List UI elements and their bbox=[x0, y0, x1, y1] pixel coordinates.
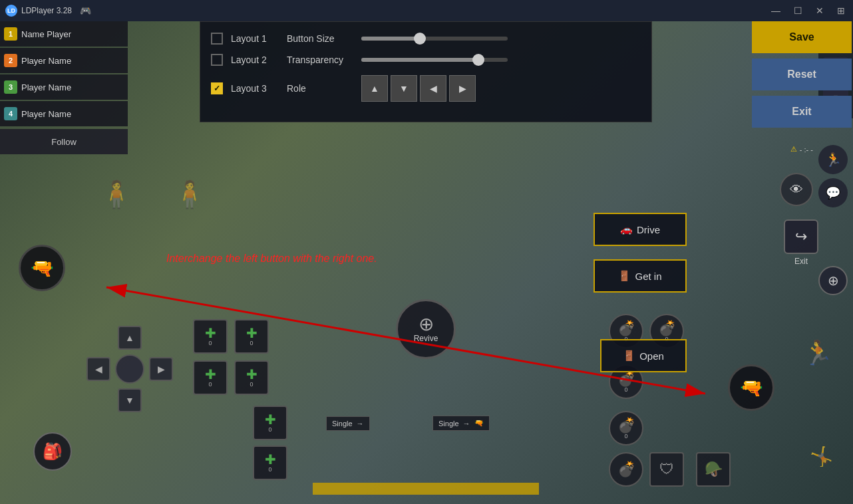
dpad-left[interactable]: ◀ bbox=[86, 357, 110, 381]
med-cross-1: ✚ bbox=[205, 326, 216, 340]
player-item-4[interactable]: 4 Player Name bbox=[0, 101, 128, 126]
transparency-slider[interactable] bbox=[361, 58, 508, 62]
med-kit-5[interactable]: ✚ 0 bbox=[253, 406, 287, 440]
revive-plus-icon: ⊕ bbox=[419, 315, 434, 334]
grenade-5[interactable]: 💣 bbox=[609, 452, 643, 487]
chat-icon[interactable]: 💬 bbox=[818, 178, 848, 207]
role-arrow-right[interactable]: ▶ bbox=[449, 75, 476, 102]
player-item-3[interactable]: 3 Player Name bbox=[0, 74, 128, 100]
med-kit-3[interactable]: ✚ 0 bbox=[193, 360, 228, 395]
role-label: Role bbox=[287, 83, 353, 94]
med-cross-3: ✚ bbox=[205, 368, 216, 381]
backpack-icon[interactable]: 🎒 bbox=[33, 432, 72, 471]
drive-button[interactable]: 🚗 Drive bbox=[594, 213, 687, 246]
layout3-label: Layout 3 bbox=[231, 83, 279, 94]
open-icon: 🚪 bbox=[623, 350, 635, 362]
pistol-icon: 🔫 bbox=[474, 419, 484, 428]
role-arrow-up[interactable]: ▲ bbox=[361, 75, 388, 102]
player-num-2: 2 bbox=[4, 54, 17, 67]
follow-button[interactable]: Follow bbox=[0, 129, 128, 154]
layout2-checkbox[interactable] bbox=[211, 54, 223, 66]
revive-label: Revive bbox=[414, 334, 438, 343]
minimize-btn[interactable]: — bbox=[768, 4, 783, 17]
dpad-center[interactable] bbox=[115, 354, 144, 384]
expand-btn[interactable]: ⊞ bbox=[834, 4, 848, 17]
jump-player-icon: 🏃 bbox=[803, 339, 833, 367]
med-kit-1[interactable]: ✚ 0 bbox=[193, 319, 228, 354]
player-num-4: 4 bbox=[4, 107, 17, 120]
player-name-4: Player Name bbox=[21, 109, 71, 119]
player-name-1: Name Player bbox=[21, 29, 71, 39]
med-cross-6: ✚ bbox=[265, 453, 276, 466]
bullet-icon-right[interactable]: 🔫 bbox=[728, 364, 774, 411]
app-title: LDPlayer 3.28 bbox=[21, 6, 72, 15]
titlebar-controls: — ☐ ✕ ⊞ bbox=[768, 4, 848, 17]
med-cross-4: ✚ bbox=[246, 368, 257, 381]
exit-icon: ↪ bbox=[784, 219, 818, 254]
layout1-checkbox[interactable] bbox=[211, 33, 223, 45]
eye-button[interactable]: 👁 bbox=[780, 173, 813, 206]
button-size-row: Layout 1 Button Size bbox=[211, 33, 641, 45]
getin-button[interactable]: 🚪 Get in bbox=[594, 259, 687, 293]
button-size-slider[interactable] bbox=[361, 37, 508, 41]
bottom-progress-bar bbox=[313, 483, 539, 495]
weapon-slot-1[interactable]: Single → bbox=[326, 416, 370, 431]
med-cross-2: ✚ bbox=[246, 326, 257, 340]
player-name-3: Player Name bbox=[21, 82, 71, 92]
med-cross-5: ✚ bbox=[265, 413, 276, 426]
open-button[interactable]: 🚪 Open bbox=[600, 339, 687, 372]
player-silhouette-1: 🧍 bbox=[96, 174, 136, 214]
med-kit-6[interactable]: ✚ 0 bbox=[253, 445, 287, 480]
weapon-arrow-icon-2: → bbox=[463, 420, 470, 428]
role-arrow-down[interactable]: ▼ bbox=[391, 75, 417, 102]
prone-player-icon: 🤸 bbox=[810, 445, 833, 467]
dpad: ▲ ▼ ◀ ▶ bbox=[86, 326, 173, 412]
role-row: ✓ Layout 3 Role ▲ ▼ ◀ ▶ bbox=[211, 75, 641, 102]
med-kit-2[interactable]: ✚ 0 bbox=[234, 319, 269, 354]
player-sidebar: 1 Name Player 2 Player Name 3 Player Nam… bbox=[0, 21, 128, 156]
revive-button[interactable]: ⊕ Revive bbox=[396, 299, 456, 359]
transparency-row: Layout 2 Transparency bbox=[211, 54, 641, 66]
crosshair-button[interactable]: ⊕ bbox=[818, 266, 848, 295]
layout3-checkbox[interactable]: ✓ bbox=[211, 82, 223, 94]
bullet-icon-left[interactable]: 🔫 bbox=[19, 245, 65, 291]
role-arrow-left[interactable]: ◀ bbox=[420, 75, 446, 102]
titlebar-left: LD LDPlayer 3.28 🎮 bbox=[5, 5, 91, 17]
role-arrows: ▲ ▼ ◀ ▶ bbox=[361, 75, 476, 102]
exit-button[interactable]: Exit bbox=[752, 96, 852, 128]
close-btn[interactable]: ✕ bbox=[813, 4, 826, 17]
player-name-2: Player Name bbox=[21, 56, 71, 66]
dpad-down[interactable]: ▼ bbox=[118, 388, 142, 412]
weapon-arrow-icon-1: → bbox=[357, 420, 364, 428]
controls-panel-container: Layout 1 Button Size Layout 2 Transparen… bbox=[200, 21, 852, 174]
save-button[interactable]: Save bbox=[752, 21, 852, 53]
getin-icon: 🚪 bbox=[618, 270, 631, 282]
exit-right-button[interactable]: ↪ Exit bbox=[784, 219, 818, 266]
med-kit-4[interactable]: ✚ 0 bbox=[234, 360, 269, 395]
player-item-2[interactable]: 2 Player Name bbox=[0, 48, 128, 73]
player-item-1[interactable]: 1 Name Player bbox=[0, 21, 128, 47]
dpad-right[interactable]: ▶ bbox=[149, 357, 173, 381]
dpad-up[interactable]: ▲ bbox=[118, 326, 142, 350]
drive-icon: 🚗 bbox=[620, 223, 633, 235]
player-num-3: 3 bbox=[4, 80, 17, 94]
layout2-label: Layout 2 bbox=[231, 55, 279, 65]
layout1-label: Layout 1 bbox=[231, 33, 279, 44]
weapon-slot-2[interactable]: Single → 🔫 bbox=[432, 416, 490, 431]
controls-panel: Layout 1 Button Size Layout 2 Transparen… bbox=[200, 21, 652, 122]
app-logo: LD bbox=[5, 5, 17, 17]
shield-icon[interactable]: 🛡 bbox=[649, 452, 684, 487]
titlebar: LD LDPlayer 3.28 🎮 — ☐ ✕ ⊞ bbox=[0, 0, 853, 21]
transparency-label: Transparency bbox=[287, 55, 353, 65]
soldier-icon[interactable]: 🪖 bbox=[696, 452, 731, 487]
player-silhouette-2: 🧍 bbox=[170, 174, 210, 214]
reset-button[interactable]: Reset bbox=[752, 59, 852, 90]
exit-right-label: Exit bbox=[794, 257, 808, 266]
player-num-1: 1 bbox=[4, 27, 17, 41]
action-buttons: Save Reset Exit bbox=[752, 21, 852, 128]
grenade-4[interactable]: 💣 0 bbox=[609, 411, 643, 445]
restore-btn[interactable]: ☐ bbox=[791, 4, 805, 17]
button-size-label: Button Size bbox=[287, 33, 353, 44]
